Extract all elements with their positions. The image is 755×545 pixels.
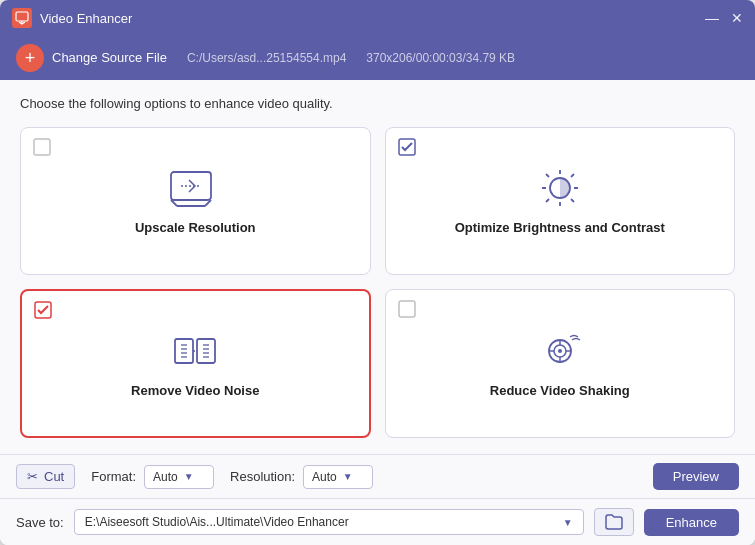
svg-rect-30: [399, 301, 415, 317]
resolution-group: Resolution: Auto ▼: [230, 465, 373, 489]
svg-rect-0: [16, 12, 28, 21]
option-upscale[interactable]: Upscale Resolution: [20, 127, 371, 275]
title-bar: Video Enhancer — ✕: [0, 0, 755, 36]
svg-rect-19: [175, 339, 193, 363]
app-window: Video Enhancer — ✕ + Change Source File …: [0, 0, 755, 545]
upscale-icon: [167, 166, 223, 210]
format-select[interactable]: Auto ▼: [144, 465, 214, 489]
option-brightness[interactable]: Optimize Brightness and Contrast: [385, 127, 736, 275]
noise-icon: [167, 329, 223, 373]
svg-line-14: [546, 174, 549, 177]
folder-icon: [605, 514, 623, 530]
brightness-checkbox[interactable]: [398, 138, 416, 156]
app-title: Video Enhancer: [40, 11, 132, 26]
cut-button[interactable]: ✂ Cut: [16, 464, 75, 489]
subtitle: Choose the following options to enhance …: [20, 96, 735, 111]
brightness-icon: [532, 166, 588, 210]
svg-line-16: [571, 174, 574, 177]
save-bar: Save to: E:\Aiseesoft Studio\Ais...Ultim…: [0, 498, 755, 545]
scissors-icon: ✂: [27, 469, 38, 484]
format-arrow-icon: ▼: [184, 471, 194, 482]
svg-rect-20: [197, 339, 215, 363]
format-group: Format: Auto ▼: [91, 465, 214, 489]
minimize-button[interactable]: —: [705, 10, 719, 26]
cut-label: Cut: [44, 469, 64, 484]
shaking-checkbox[interactable]: [398, 300, 416, 318]
save-label: Save to:: [16, 515, 64, 530]
plus-icon: +: [16, 44, 44, 72]
file-path: C:/Users/asd...25154554.mp4: [187, 51, 346, 65]
toolbar: + Change Source File C:/Users/asd...2515…: [0, 36, 755, 80]
folder-button[interactable]: [594, 508, 634, 536]
svg-line-15: [571, 199, 574, 202]
format-value: Auto: [153, 470, 178, 484]
title-bar-left: Video Enhancer: [12, 8, 132, 28]
app-icon: [12, 8, 32, 28]
resolution-arrow-icon: ▼: [343, 471, 353, 482]
upscale-label: Upscale Resolution: [135, 220, 256, 235]
shaking-label: Reduce Video Shaking: [490, 383, 630, 398]
preview-button[interactable]: Preview: [653, 463, 739, 490]
content-area: Choose the following options to enhance …: [0, 80, 755, 454]
resolution-select[interactable]: Auto ▼: [303, 465, 373, 489]
svg-point-37: [558, 349, 562, 353]
bottom-bar: ✂ Cut Format: Auto ▼ Resolution: Auto ▼ …: [0, 454, 755, 498]
resolution-label: Resolution:: [230, 469, 295, 484]
options-grid: Upscale Resolution: [20, 127, 735, 438]
noise-label: Remove Video Noise: [131, 383, 259, 398]
close-button[interactable]: ✕: [731, 10, 743, 26]
option-noise[interactable]: Remove Video Noise: [20, 289, 371, 439]
file-meta: 370x206/00:00:03/34.79 KB: [366, 51, 515, 65]
brightness-label: Optimize Brightness and Contrast: [455, 220, 665, 235]
format-label: Format:: [91, 469, 136, 484]
svg-line-17: [546, 199, 549, 202]
option-shaking[interactable]: Reduce Video Shaking: [385, 289, 736, 439]
svg-rect-2: [34, 139, 50, 155]
change-source-label: Change Source File: [52, 50, 167, 66]
shaking-icon: [532, 329, 588, 373]
resolution-value: Auto: [312, 470, 337, 484]
title-bar-controls: — ✕: [705, 10, 743, 26]
noise-checkbox[interactable]: [34, 301, 52, 319]
enhance-button[interactable]: Enhance: [644, 509, 739, 536]
save-path-arrow-icon: ▼: [563, 517, 573, 528]
save-path-selector[interactable]: E:\Aiseesoft Studio\Ais...Ultimate\Video…: [74, 509, 584, 535]
save-path-text: E:\Aiseesoft Studio\Ais...Ultimate\Video…: [85, 515, 557, 529]
upscale-checkbox[interactable]: [33, 138, 51, 156]
change-source-button[interactable]: + Change Source File: [16, 44, 167, 72]
